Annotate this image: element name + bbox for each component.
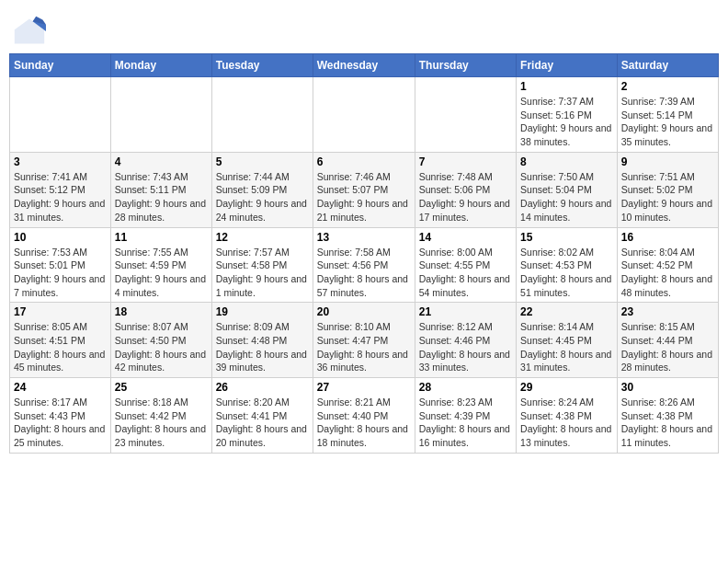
day-info: Sunrise: 7:43 AM Sunset: 5:11 PM Dayligh… [115, 170, 208, 224]
day-number: 28 [419, 381, 512, 394]
day-number: 9 [621, 155, 714, 168]
day-number: 15 [520, 231, 613, 244]
column-header-wednesday: Wednesday [313, 54, 415, 77]
day-number: 20 [317, 305, 411, 318]
day-info: Sunrise: 8:18 AM Sunset: 4:42 PM Dayligh… [115, 396, 208, 450]
column-header-friday: Friday [517, 54, 618, 77]
calendar-cell: 25Sunrise: 8:18 AM Sunset: 4:42 PM Dayli… [110, 378, 211, 454]
day-info: Sunrise: 8:12 AM Sunset: 4:46 PM Dayligh… [419, 320, 512, 374]
day-number: 27 [317, 381, 411, 394]
calendar-cell [110, 77, 211, 153]
calendar-cell: 30Sunrise: 8:26 AM Sunset: 4:38 PM Dayli… [617, 378, 718, 454]
logo [13, 15, 50, 48]
day-info: Sunrise: 8:05 AM Sunset: 4:51 PM Dayligh… [14, 320, 107, 374]
day-info: Sunrise: 7:37 AM Sunset: 5:16 PM Dayligh… [520, 95, 613, 149]
column-header-thursday: Thursday [415, 54, 516, 77]
day-number: 25 [115, 381, 208, 394]
day-number: 22 [520, 305, 613, 318]
day-info: Sunrise: 7:53 AM Sunset: 5:01 PM Dayligh… [14, 246, 107, 300]
calendar-cell: 27Sunrise: 8:21 AM Sunset: 4:40 PM Dayli… [313, 378, 415, 454]
column-header-monday: Monday [110, 54, 211, 77]
day-number: 12 [216, 231, 309, 244]
day-info: Sunrise: 8:21 AM Sunset: 4:40 PM Dayligh… [317, 396, 411, 450]
calendar-week-row: 3Sunrise: 7:41 AM Sunset: 5:12 PM Daylig… [10, 152, 719, 227]
calendar-week-row: 10Sunrise: 7:53 AM Sunset: 5:01 PM Dayli… [10, 227, 719, 303]
calendar-cell: 2Sunrise: 7:39 AM Sunset: 5:14 PM Daylig… [617, 77, 718, 153]
day-number: 23 [621, 305, 714, 318]
calendar-cell: 10Sunrise: 7:53 AM Sunset: 5:01 PM Dayli… [10, 227, 111, 303]
day-number: 17 [14, 305, 107, 318]
day-number: 18 [115, 305, 208, 318]
day-info: Sunrise: 7:41 AM Sunset: 5:12 PM Dayligh… [14, 170, 107, 224]
day-info: Sunrise: 7:46 AM Sunset: 5:07 PM Dayligh… [317, 170, 411, 224]
day-number: 19 [216, 305, 309, 318]
calendar-cell: 15Sunrise: 8:02 AM Sunset: 4:53 PM Dayli… [517, 227, 618, 303]
column-header-tuesday: Tuesday [211, 54, 313, 77]
day-info: Sunrise: 7:57 AM Sunset: 4:58 PM Dayligh… [216, 246, 309, 300]
calendar-cell: 12Sunrise: 7:57 AM Sunset: 4:58 PM Dayli… [211, 227, 313, 303]
calendar-cell: 18Sunrise: 8:07 AM Sunset: 4:50 PM Dayli… [110, 303, 211, 378]
day-info: Sunrise: 7:48 AM Sunset: 5:06 PM Dayligh… [419, 170, 512, 224]
day-number: 24 [14, 381, 107, 394]
day-info: Sunrise: 7:39 AM Sunset: 5:14 PM Dayligh… [621, 95, 714, 149]
page-header [9, 9, 719, 48]
day-number: 2 [621, 80, 714, 93]
calendar-cell: 11Sunrise: 7:55 AM Sunset: 4:59 PM Dayli… [110, 227, 211, 303]
calendar-week-row: 24Sunrise: 8:17 AM Sunset: 4:43 PM Dayli… [10, 378, 719, 454]
calendar-cell: 29Sunrise: 8:24 AM Sunset: 4:38 PM Dayli… [517, 378, 618, 454]
calendar-cell: 23Sunrise: 8:15 AM Sunset: 4:44 PM Dayli… [617, 303, 718, 378]
calendar-cell: 21Sunrise: 8:12 AM Sunset: 4:46 PM Dayli… [415, 303, 516, 378]
calendar-cell: 26Sunrise: 8:20 AM Sunset: 4:41 PM Dayli… [211, 378, 313, 454]
day-number: 26 [216, 381, 309, 394]
day-info: Sunrise: 7:55 AM Sunset: 4:59 PM Dayligh… [115, 246, 208, 300]
day-number: 30 [621, 381, 714, 394]
day-number: 5 [216, 155, 309, 168]
day-info: Sunrise: 8:00 AM Sunset: 4:55 PM Dayligh… [419, 246, 512, 300]
calendar-cell: 5Sunrise: 7:44 AM Sunset: 5:09 PM Daylig… [211, 152, 313, 227]
day-info: Sunrise: 7:44 AM Sunset: 5:09 PM Dayligh… [216, 170, 309, 224]
calendar-cell: 8Sunrise: 7:50 AM Sunset: 5:04 PM Daylig… [517, 152, 618, 227]
calendar-cell: 19Sunrise: 8:09 AM Sunset: 4:48 PM Dayli… [211, 303, 313, 378]
calendar-cell: 28Sunrise: 8:23 AM Sunset: 4:39 PM Dayli… [415, 378, 516, 454]
calendar-cell: 16Sunrise: 8:04 AM Sunset: 4:52 PM Dayli… [617, 227, 718, 303]
day-number: 6 [317, 155, 411, 168]
calendar-week-row: 17Sunrise: 8:05 AM Sunset: 4:51 PM Dayli… [10, 303, 719, 378]
day-number: 14 [419, 231, 512, 244]
calendar-cell: 17Sunrise: 8:05 AM Sunset: 4:51 PM Dayli… [10, 303, 111, 378]
day-info: Sunrise: 7:58 AM Sunset: 4:56 PM Dayligh… [317, 246, 411, 300]
calendar-cell [415, 77, 516, 153]
day-info: Sunrise: 7:50 AM Sunset: 5:04 PM Dayligh… [520, 170, 613, 224]
calendar-cell: 24Sunrise: 8:17 AM Sunset: 4:43 PM Dayli… [10, 378, 111, 454]
day-info: Sunrise: 7:51 AM Sunset: 5:02 PM Dayligh… [621, 170, 714, 224]
day-number: 1 [520, 80, 613, 93]
calendar-cell [10, 77, 111, 153]
calendar-cell [211, 77, 313, 153]
day-info: Sunrise: 8:24 AM Sunset: 4:38 PM Dayligh… [520, 396, 613, 450]
logo-icon [13, 15, 46, 48]
day-info: Sunrise: 8:10 AM Sunset: 4:47 PM Dayligh… [317, 320, 411, 374]
day-number: 21 [419, 305, 512, 318]
calendar-cell [313, 77, 415, 153]
calendar-cell: 13Sunrise: 7:58 AM Sunset: 4:56 PM Dayli… [313, 227, 415, 303]
day-number: 8 [520, 155, 613, 168]
calendar-cell: 20Sunrise: 8:10 AM Sunset: 4:47 PM Dayli… [313, 303, 415, 378]
column-header-sunday: Sunday [10, 54, 111, 77]
day-number: 11 [115, 231, 208, 244]
calendar-cell: 3Sunrise: 7:41 AM Sunset: 5:12 PM Daylig… [10, 152, 111, 227]
day-info: Sunrise: 8:23 AM Sunset: 4:39 PM Dayligh… [419, 396, 512, 450]
day-info: Sunrise: 8:09 AM Sunset: 4:48 PM Dayligh… [216, 320, 309, 374]
calendar-header-row: SundayMondayTuesdayWednesdayThursdayFrid… [10, 54, 719, 77]
day-info: Sunrise: 8:02 AM Sunset: 4:53 PM Dayligh… [520, 246, 613, 300]
day-number: 29 [520, 381, 613, 394]
calendar-cell: 6Sunrise: 7:46 AM Sunset: 5:07 PM Daylig… [313, 152, 415, 227]
day-info: Sunrise: 8:04 AM Sunset: 4:52 PM Dayligh… [621, 246, 714, 300]
day-info: Sunrise: 8:07 AM Sunset: 4:50 PM Dayligh… [115, 320, 208, 374]
day-info: Sunrise: 8:17 AM Sunset: 4:43 PM Dayligh… [14, 396, 107, 450]
calendar-cell: 4Sunrise: 7:43 AM Sunset: 5:11 PM Daylig… [110, 152, 211, 227]
calendar-cell: 9Sunrise: 7:51 AM Sunset: 5:02 PM Daylig… [617, 152, 718, 227]
day-info: Sunrise: 8:20 AM Sunset: 4:41 PM Dayligh… [216, 396, 309, 450]
calendar-cell: 7Sunrise: 7:48 AM Sunset: 5:06 PM Daylig… [415, 152, 516, 227]
column-header-saturday: Saturday [617, 54, 718, 77]
calendar-cell: 1Sunrise: 7:37 AM Sunset: 5:16 PM Daylig… [517, 77, 618, 153]
day-info: Sunrise: 8:26 AM Sunset: 4:38 PM Dayligh… [621, 396, 714, 450]
